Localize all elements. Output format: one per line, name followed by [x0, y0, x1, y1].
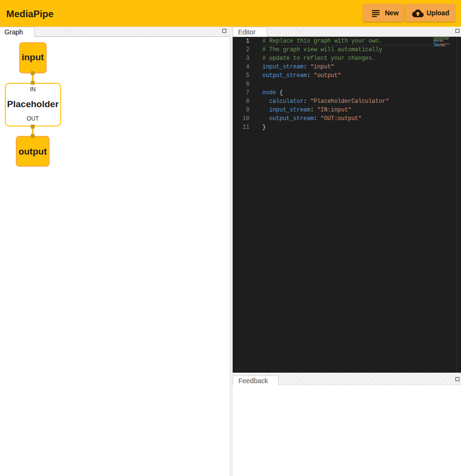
svg-text:IN: IN: [30, 86, 36, 93]
svg-text:input: input: [22, 52, 44, 62]
svg-text:output: output: [19, 146, 47, 156]
svg-text:Placeholder: Placeholder: [7, 99, 59, 109]
svg-text:OUT: OUT: [27, 115, 39, 122]
